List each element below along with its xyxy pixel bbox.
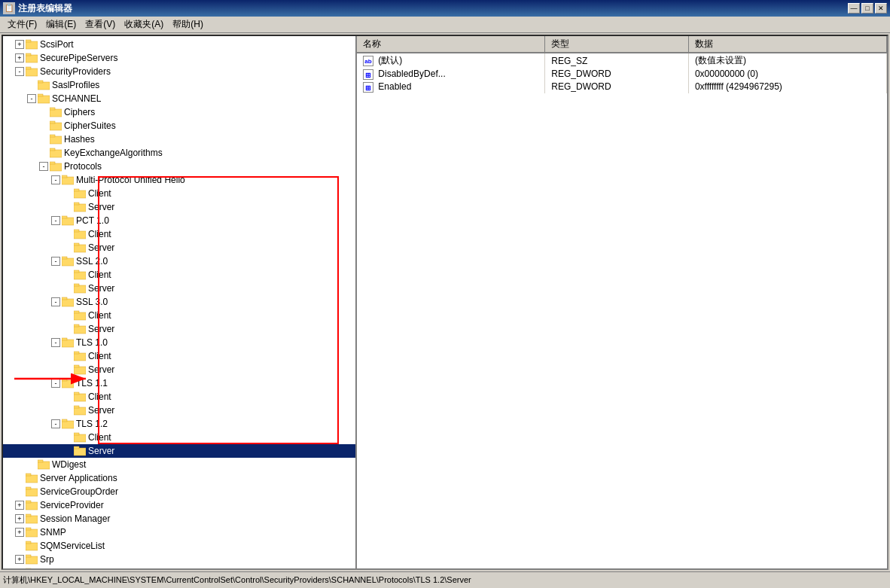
tree-item-schannel[interactable]: - SCHANNEL [3,92,355,105]
tree-item-tls10-client[interactable]: Client [3,349,355,363]
tree-item-ssl30-server[interactable]: Server [3,322,355,336]
expand-placeholder-ciphers [39,108,48,117]
tree-item-saslprofiles[interactable]: SaslProfiles [3,78,355,92]
tree-item-ssl20-client[interactable]: Client [3,268,355,282]
tree-item-ssl30[interactable]: - SSL 3.0 [3,295,355,309]
table-row[interactable]: ab (默认) REG_SZ (数值未设置) [357,53,887,68]
menu-help[interactable]: 帮助(H) [168,17,208,32]
tree-item-pct10-client[interactable]: Client [3,227,355,241]
tree-item-ssl20-server[interactable]: Server [3,282,355,295]
label-saslprofiles: SaslProfiles [52,80,99,90]
folder-icon-tls12 [62,419,74,429]
expand-securepipeservers[interactable]: + [15,53,24,62]
tree-item-tls12-client[interactable]: Client [3,431,355,444]
expand-multiprot[interactable]: - [51,175,60,184]
expand-serviceprovider[interactable]: + [15,501,24,510]
svg-rect-62 [38,462,50,469]
reg-dword-icon-2: ⊞ [363,82,373,93]
folder-icon-pct10-client [74,229,86,239]
folder-icon-hashes [50,134,62,145]
svg-rect-77 [26,555,31,557]
tree-item-securityproviders[interactable]: - SecurityProviders [3,65,355,78]
tree-item-sessionmanager[interactable]: + Session Manager [3,512,355,526]
tree-item-serverapps[interactable]: Server Applications [3,471,355,485]
expand-tls11[interactable]: - [51,379,60,388]
folder-icon-ssl30-server [74,324,86,334]
svg-rect-2 [26,55,38,62]
svg-rect-52 [74,394,86,401]
folder-icon-schannel [38,93,50,104]
tree-item-servicegrouporder[interactable]: ServiceGroupOrder [3,485,355,498]
expand-ssl20[interactable]: - [51,257,60,266]
tree-item-tls12[interactable]: - TLS 1.2 [3,417,355,431]
tree-item-mpuh-client[interactable]: Client [3,187,355,200]
expand-ssl30[interactable]: - [51,297,60,306]
tree-item-tls12-server[interactable]: Server [3,444,355,458]
menu-edit[interactable]: 编辑(E) [41,17,81,32]
tree-item-srp[interactable]: + Srp [3,553,355,566]
expand-pct10[interactable]: - [51,216,60,225]
folder-icon-sqm [26,541,38,551]
svg-rect-36 [74,285,86,293]
tree-panel-inner[interactable]: + ScsiPort + SecurePipeServers [3,36,355,568]
expand-schannel[interactable]: - [27,94,36,103]
close-button[interactable]: ✕ [875,3,887,14]
tree-item-multiprot[interactable]: - Multi-Protocol Unified Hello [3,173,355,187]
expand-placeholder-tls10-server [63,365,72,374]
svg-rect-18 [50,163,62,171]
tree-item-ssl20[interactable]: - SSL 2.0 [3,254,355,268]
minimize-button[interactable]: — [848,3,860,14]
folder-icon-securityproviders [26,66,38,77]
tree-item-serviceprovider[interactable]: + ServiceProvider [3,498,355,512]
cell-type-2: REG_DWORD [545,81,689,93]
folder-icon-srp [26,554,38,565]
tree-item-hashes[interactable]: Hashes [3,133,355,146]
tree-item-mpuh-server[interactable]: Server [3,200,355,214]
menu-view[interactable]: 查看(V) [81,17,120,32]
expand-securityproviders[interactable]: - [15,67,24,76]
tree-item-ssl30-client[interactable]: Client [3,309,355,322]
tree-item-wdigest[interactable]: WDigest [3,458,355,471]
tree-item-pct10[interactable]: - PCT 1.0 [3,214,355,227]
tree-item-ciphersuites[interactable]: CipherSuites [3,119,355,133]
tree-item-tls10-server[interactable]: Server [3,363,355,376]
tree-item-protocols[interactable]: - Protocols [3,160,355,173]
tree-item-tls11[interactable]: - TLS 1.1 [3,376,355,390]
tree-item-keyexchange[interactable]: KeyExchangeAlgorithms [3,146,355,160]
tree-item-ciphers[interactable]: Ciphers [3,105,355,119]
tree-item-snmp[interactable]: + SNMP [3,526,355,539]
tree-item-pct10-server[interactable]: Server [3,241,355,254]
table-row[interactable]: ⊞ DisabledByDef... REG_DWORD 0x00000000 … [357,68,887,81]
expand-tls10[interactable]: - [51,338,60,347]
expand-srp[interactable]: + [15,555,24,564]
maximize-button[interactable]: □ [861,3,873,14]
tree-item-tls11-client[interactable]: Client [3,390,355,404]
svg-rect-63 [38,460,43,462]
folder-icon-ssl20-server [74,283,86,294]
label-multiprot: Multi-Protocol Unified Hello [76,175,185,185]
app-icon: 📋 [3,2,15,14]
folder-icon-ssl20 [62,256,74,267]
expand-protocols[interactable]: - [39,162,48,171]
reg-dword-icon-1: ⊞ [363,69,373,80]
tree-item-srpextensionconfig[interactable]: SrpExtensionConfig [3,566,355,568]
tree-item-tls10[interactable]: - TLS 1.0 [3,336,355,349]
folder-icon-ciphersuites [50,120,62,131]
tree-item-scsiport[interactable]: + ScsiPort [3,38,355,51]
expand-sessionmanager[interactable]: + [15,514,24,523]
expand-tls12[interactable]: - [51,419,60,428]
tree-item-tls11-server[interactable]: Server [3,404,355,417]
svg-rect-13 [50,121,55,123]
menu-file[interactable]: 文件(F) [3,17,41,32]
tree-item-securepipeservers[interactable]: + SecurePipeServers [3,51,355,65]
expand-snmp[interactable]: + [15,528,24,537]
svg-rect-27 [62,216,67,218]
table-row[interactable]: ⊞ Enabled REG_DWORD 0xffffffff (42949672… [357,81,887,93]
svg-rect-6 [38,82,50,90]
expand-placeholder-pct10-server [63,243,72,252]
svg-rect-73 [26,528,31,530]
tree-item-sqmservicelist[interactable]: SQMServiceList [3,539,355,553]
svg-rect-56 [62,421,74,428]
menu-favorites[interactable]: 收藏夹(A) [120,17,168,32]
expand-scsiport[interactable]: + [15,40,24,49]
